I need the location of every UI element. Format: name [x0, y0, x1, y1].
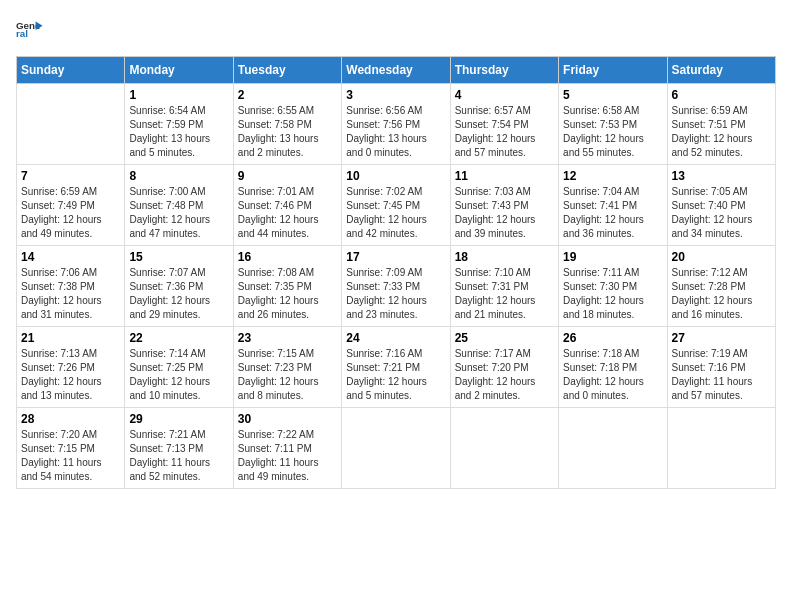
day-number: 24 — [346, 331, 445, 345]
day-number: 21 — [21, 331, 120, 345]
day-info: Sunrise: 6:54 AM Sunset: 7:59 PM Dayligh… — [129, 104, 228, 160]
day-number: 15 — [129, 250, 228, 264]
calendar-day-cell: 26Sunrise: 7:18 AM Sunset: 7:18 PM Dayli… — [559, 327, 667, 408]
calendar-day-cell: 25Sunrise: 7:17 AM Sunset: 7:20 PM Dayli… — [450, 327, 558, 408]
empty-cell — [559, 408, 667, 489]
calendar-day-cell: 17Sunrise: 7:09 AM Sunset: 7:33 PM Dayli… — [342, 246, 450, 327]
empty-cell — [17, 84, 125, 165]
logo: Gene ral — [16, 16, 48, 44]
day-number: 25 — [455, 331, 554, 345]
header-row: SundayMondayTuesdayWednesdayThursdayFrid… — [17, 57, 776, 84]
day-header: Saturday — [667, 57, 775, 84]
empty-cell — [667, 408, 775, 489]
day-info: Sunrise: 7:00 AM Sunset: 7:48 PM Dayligh… — [129, 185, 228, 241]
day-header: Tuesday — [233, 57, 341, 84]
calendar-day-cell: 8Sunrise: 7:00 AM Sunset: 7:48 PM Daylig… — [125, 165, 233, 246]
day-number: 22 — [129, 331, 228, 345]
day-number: 6 — [672, 88, 771, 102]
calendar-day-cell: 12Sunrise: 7:04 AM Sunset: 7:41 PM Dayli… — [559, 165, 667, 246]
day-info: Sunrise: 7:01 AM Sunset: 7:46 PM Dayligh… — [238, 185, 337, 241]
calendar-day-cell: 27Sunrise: 7:19 AM Sunset: 7:16 PM Dayli… — [667, 327, 775, 408]
day-info: Sunrise: 7:10 AM Sunset: 7:31 PM Dayligh… — [455, 266, 554, 322]
day-info: Sunrise: 7:17 AM Sunset: 7:20 PM Dayligh… — [455, 347, 554, 403]
day-header: Thursday — [450, 57, 558, 84]
calendar-day-cell: 28Sunrise: 7:20 AM Sunset: 7:15 PM Dayli… — [17, 408, 125, 489]
day-info: Sunrise: 6:55 AM Sunset: 7:58 PM Dayligh… — [238, 104, 337, 160]
day-info: Sunrise: 7:05 AM Sunset: 7:40 PM Dayligh… — [672, 185, 771, 241]
day-info: Sunrise: 7:19 AM Sunset: 7:16 PM Dayligh… — [672, 347, 771, 403]
calendar-week-row: 21Sunrise: 7:13 AM Sunset: 7:26 PM Dayli… — [17, 327, 776, 408]
calendar-day-cell: 6Sunrise: 6:59 AM Sunset: 7:51 PM Daylig… — [667, 84, 775, 165]
logo-icon: Gene ral — [16, 16, 44, 44]
day-number: 5 — [563, 88, 662, 102]
calendar-week-row: 7Sunrise: 6:59 AM Sunset: 7:49 PM Daylig… — [17, 165, 776, 246]
day-number: 19 — [563, 250, 662, 264]
day-info: Sunrise: 7:09 AM Sunset: 7:33 PM Dayligh… — [346, 266, 445, 322]
day-info: Sunrise: 7:15 AM Sunset: 7:23 PM Dayligh… — [238, 347, 337, 403]
calendar-week-row: 14Sunrise: 7:06 AM Sunset: 7:38 PM Dayli… — [17, 246, 776, 327]
empty-cell — [450, 408, 558, 489]
calendar-day-cell: 13Sunrise: 7:05 AM Sunset: 7:40 PM Dayli… — [667, 165, 775, 246]
day-number: 23 — [238, 331, 337, 345]
day-header: Monday — [125, 57, 233, 84]
day-info: Sunrise: 7:08 AM Sunset: 7:35 PM Dayligh… — [238, 266, 337, 322]
calendar-day-cell: 30Sunrise: 7:22 AM Sunset: 7:11 PM Dayli… — [233, 408, 341, 489]
svg-text:ral: ral — [16, 28, 28, 39]
calendar-day-cell: 1Sunrise: 6:54 AM Sunset: 7:59 PM Daylig… — [125, 84, 233, 165]
day-info: Sunrise: 7:18 AM Sunset: 7:18 PM Dayligh… — [563, 347, 662, 403]
calendar-week-row: 28Sunrise: 7:20 AM Sunset: 7:15 PM Dayli… — [17, 408, 776, 489]
day-number: 29 — [129, 412, 228, 426]
day-number: 4 — [455, 88, 554, 102]
calendar-week-row: 1Sunrise: 6:54 AM Sunset: 7:59 PM Daylig… — [17, 84, 776, 165]
calendar-day-cell: 15Sunrise: 7:07 AM Sunset: 7:36 PM Dayli… — [125, 246, 233, 327]
day-info: Sunrise: 7:22 AM Sunset: 7:11 PM Dayligh… — [238, 428, 337, 484]
day-info: Sunrise: 7:13 AM Sunset: 7:26 PM Dayligh… — [21, 347, 120, 403]
day-header: Sunday — [17, 57, 125, 84]
day-info: Sunrise: 7:21 AM Sunset: 7:13 PM Dayligh… — [129, 428, 228, 484]
calendar-day-cell: 7Sunrise: 6:59 AM Sunset: 7:49 PM Daylig… — [17, 165, 125, 246]
day-info: Sunrise: 7:03 AM Sunset: 7:43 PM Dayligh… — [455, 185, 554, 241]
calendar-day-cell: 19Sunrise: 7:11 AM Sunset: 7:30 PM Dayli… — [559, 246, 667, 327]
day-number: 13 — [672, 169, 771, 183]
day-number: 1 — [129, 88, 228, 102]
day-number: 30 — [238, 412, 337, 426]
page-header: Gene ral — [16, 16, 776, 44]
day-info: Sunrise: 7:04 AM Sunset: 7:41 PM Dayligh… — [563, 185, 662, 241]
calendar-day-cell: 11Sunrise: 7:03 AM Sunset: 7:43 PM Dayli… — [450, 165, 558, 246]
day-info: Sunrise: 6:57 AM Sunset: 7:54 PM Dayligh… — [455, 104, 554, 160]
day-number: 20 — [672, 250, 771, 264]
calendar-day-cell: 14Sunrise: 7:06 AM Sunset: 7:38 PM Dayli… — [17, 246, 125, 327]
empty-cell — [342, 408, 450, 489]
day-number: 17 — [346, 250, 445, 264]
day-info: Sunrise: 7:02 AM Sunset: 7:45 PM Dayligh… — [346, 185, 445, 241]
day-info: Sunrise: 7:16 AM Sunset: 7:21 PM Dayligh… — [346, 347, 445, 403]
calendar-day-cell: 20Sunrise: 7:12 AM Sunset: 7:28 PM Dayli… — [667, 246, 775, 327]
day-number: 8 — [129, 169, 228, 183]
day-number: 18 — [455, 250, 554, 264]
day-number: 14 — [21, 250, 120, 264]
day-number: 27 — [672, 331, 771, 345]
day-info: Sunrise: 6:59 AM Sunset: 7:51 PM Dayligh… — [672, 104, 771, 160]
day-number: 7 — [21, 169, 120, 183]
calendar-day-cell: 2Sunrise: 6:55 AM Sunset: 7:58 PM Daylig… — [233, 84, 341, 165]
calendar-day-cell: 24Sunrise: 7:16 AM Sunset: 7:21 PM Dayli… — [342, 327, 450, 408]
day-info: Sunrise: 7:07 AM Sunset: 7:36 PM Dayligh… — [129, 266, 228, 322]
day-number: 9 — [238, 169, 337, 183]
calendar-day-cell: 9Sunrise: 7:01 AM Sunset: 7:46 PM Daylig… — [233, 165, 341, 246]
calendar-day-cell: 23Sunrise: 7:15 AM Sunset: 7:23 PM Dayli… — [233, 327, 341, 408]
day-info: Sunrise: 7:11 AM Sunset: 7:30 PM Dayligh… — [563, 266, 662, 322]
day-number: 26 — [563, 331, 662, 345]
day-number: 10 — [346, 169, 445, 183]
day-info: Sunrise: 7:12 AM Sunset: 7:28 PM Dayligh… — [672, 266, 771, 322]
day-number: 2 — [238, 88, 337, 102]
calendar-day-cell: 3Sunrise: 6:56 AM Sunset: 7:56 PM Daylig… — [342, 84, 450, 165]
calendar-day-cell: 29Sunrise: 7:21 AM Sunset: 7:13 PM Dayli… — [125, 408, 233, 489]
calendar-day-cell: 10Sunrise: 7:02 AM Sunset: 7:45 PM Dayli… — [342, 165, 450, 246]
calendar-table: SundayMondayTuesdayWednesdayThursdayFrid… — [16, 56, 776, 489]
day-info: Sunrise: 7:06 AM Sunset: 7:38 PM Dayligh… — [21, 266, 120, 322]
calendar-day-cell: 16Sunrise: 7:08 AM Sunset: 7:35 PM Dayli… — [233, 246, 341, 327]
day-number: 16 — [238, 250, 337, 264]
day-info: Sunrise: 6:56 AM Sunset: 7:56 PM Dayligh… — [346, 104, 445, 160]
day-number: 11 — [455, 169, 554, 183]
calendar-day-cell: 18Sunrise: 7:10 AM Sunset: 7:31 PM Dayli… — [450, 246, 558, 327]
